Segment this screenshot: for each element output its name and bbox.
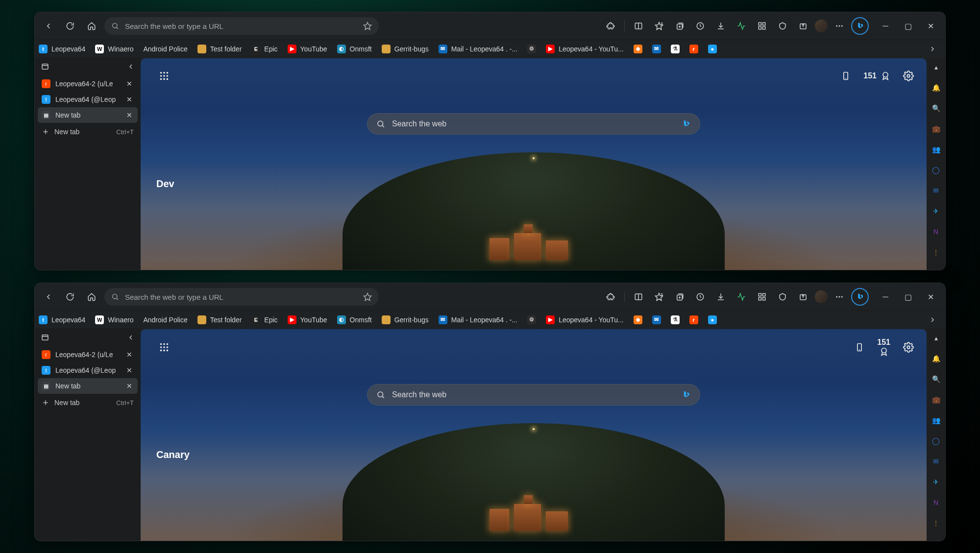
minimize-button[interactable]: ─ xyxy=(879,22,892,31)
bookmark-item[interactable]: Gerrit-bugs xyxy=(382,45,429,53)
favorite-star-icon[interactable] xyxy=(363,292,372,301)
bookmark-item[interactable]: ✉Mail - Leopeva64 . -... xyxy=(439,315,517,324)
favorite-star-icon[interactable] xyxy=(363,22,372,30)
tab-close-icon[interactable]: ✕ xyxy=(125,95,134,104)
sidebar-rail-icon[interactable]: 💼 xyxy=(929,393,943,407)
bookmark-item[interactable]: ✉ xyxy=(652,315,661,324)
close-button[interactable]: ✕ xyxy=(924,22,937,31)
ntp-search-box[interactable]: Search the web xyxy=(367,384,700,406)
bookmarks-overflow-icon[interactable] xyxy=(924,40,941,58)
bing-icon[interactable] xyxy=(681,390,691,400)
sidebar-rail-icon[interactable]: 🔔 xyxy=(929,352,943,365)
vertical-tab[interactable]: rLeopeva64-2 (u/Le✕ xyxy=(38,76,138,92)
downloads-icon[interactable] xyxy=(712,288,730,306)
share-icon[interactable] xyxy=(794,17,812,35)
bookmark-item[interactable]: tLeopeva64 xyxy=(39,45,85,53)
history-icon[interactable] xyxy=(691,17,709,35)
sidebar-rail-icon[interactable]: ⋮ xyxy=(929,516,943,530)
sidebar-rail-icon[interactable]: 👥 xyxy=(929,143,943,156)
bookmarks-overflow-icon[interactable] xyxy=(924,311,941,329)
more-menu-icon[interactable] xyxy=(831,288,848,306)
mobile-sync-icon[interactable] xyxy=(841,71,851,81)
share-icon[interactable] xyxy=(794,288,812,306)
new-tab-button[interactable]: New tab Ctrl+T xyxy=(38,123,138,141)
bookmark-item[interactable]: ◐Onmsft xyxy=(337,45,372,53)
extensions-icon[interactable] xyxy=(602,288,619,306)
refresh-button[interactable] xyxy=(61,17,79,35)
sidebar-rail-icon[interactable]: 🔍 xyxy=(929,372,943,386)
back-button[interactable] xyxy=(40,288,57,306)
collections-icon[interactable] xyxy=(671,17,688,35)
home-button[interactable] xyxy=(83,17,100,35)
sidebar-rail-icon[interactable]: ✈ xyxy=(929,204,943,218)
apps-icon[interactable] xyxy=(753,288,771,306)
bing-chat-button[interactable] xyxy=(851,288,869,306)
bookmark-item[interactable]: r xyxy=(689,45,698,53)
collapse-tabs-icon[interactable] xyxy=(127,63,135,71)
more-menu-icon[interactable] xyxy=(831,17,848,35)
bookmark-item[interactable]: ✉Mail - Leopeva64 . -... xyxy=(439,45,517,53)
minimize-button[interactable]: ─ xyxy=(879,292,892,302)
bookmark-item[interactable]: ▶YouTube xyxy=(288,315,327,324)
bookmark-item[interactable]: ⚙ xyxy=(527,45,536,53)
ntp-search-box[interactable]: Search the web xyxy=(367,113,700,135)
sidebar-rail-icon[interactable]: ✈ xyxy=(929,475,943,489)
vertical-tab[interactable]: ▦New tab✕ xyxy=(38,378,138,394)
bookmark-item[interactable]: r xyxy=(689,315,698,324)
apps-icon[interactable] xyxy=(753,17,771,35)
collapse-tabs-icon[interactable] xyxy=(127,334,135,341)
extensions-icon[interactable] xyxy=(602,17,619,35)
url-bar[interactable]: Search the web or type a URL xyxy=(104,17,379,35)
sidebar-rail-icon[interactable]: 🔍 xyxy=(929,101,943,115)
bing-chat-button[interactable] xyxy=(851,17,869,35)
new-tab-button[interactable]: New tab Ctrl+T xyxy=(38,394,138,411)
bookmark-item[interactable]: WWinaero xyxy=(95,315,133,324)
profile-avatar[interactable] xyxy=(815,20,828,32)
bookmark-item[interactable]: ⚗ xyxy=(671,315,680,324)
sidebar-rail-icon[interactable]: 👥 xyxy=(929,413,943,427)
profile-avatar[interactable] xyxy=(815,290,828,303)
performance-icon[interactable] xyxy=(733,17,750,35)
bing-icon[interactable] xyxy=(681,119,691,129)
url-bar[interactable]: Search the web or type a URL xyxy=(104,288,379,306)
maximize-button[interactable]: ▢ xyxy=(901,292,915,302)
bookmark-item[interactable]: EEpic xyxy=(251,45,277,53)
split-screen-icon[interactable] xyxy=(630,288,647,306)
bookmark-item[interactable]: Android Police xyxy=(143,316,187,324)
bookmark-item[interactable]: EEpic xyxy=(251,315,277,324)
sidebar-rail-icon[interactable]: 💼 xyxy=(929,122,943,136)
tab-close-icon[interactable]: ✕ xyxy=(125,382,134,390)
bookmark-item[interactable]: ● xyxy=(708,45,717,53)
performance-icon[interactable] xyxy=(733,288,750,306)
page-settings-icon[interactable] xyxy=(903,71,914,81)
bookmark-item[interactable]: Android Police xyxy=(143,45,187,53)
sidebar-rail-icon[interactable]: N xyxy=(929,496,943,509)
sidebar-rail-icon[interactable]: ◯ xyxy=(929,434,943,448)
favorites-icon[interactable] xyxy=(650,288,668,306)
home-button[interactable] xyxy=(83,288,100,306)
bookmark-item[interactable]: ◆ xyxy=(634,45,642,53)
bookmark-item[interactable]: ◆ xyxy=(634,315,642,324)
sidebar-rail-icon[interactable]: N xyxy=(929,225,943,239)
sidebar-rail-icon[interactable]: ◯ xyxy=(929,163,943,177)
mobile-sync-icon[interactable] xyxy=(855,342,864,352)
maximize-button[interactable]: ▢ xyxy=(901,22,915,31)
page-layout-icon[interactable] xyxy=(155,67,173,85)
bookmark-item[interactable]: Test folder xyxy=(197,315,242,324)
bookmark-item[interactable]: tLeopeva64 xyxy=(39,315,85,324)
bookmark-item[interactable]: WWinaero xyxy=(95,45,133,53)
sidebar-rail-icon[interactable]: ✉ xyxy=(929,455,943,468)
rewards-counter[interactable]: 151 xyxy=(863,71,890,81)
bookmark-item[interactable]: ▶YouTube xyxy=(288,45,327,53)
rewards-counter[interactable]: 151 xyxy=(877,338,890,357)
page-layout-icon[interactable] xyxy=(155,338,173,356)
sidebar-rail-icon[interactable]: ▴ xyxy=(929,331,943,345)
tab-actions-icon[interactable] xyxy=(41,333,49,342)
refresh-button[interactable] xyxy=(61,288,79,306)
history-icon[interactable] xyxy=(691,288,709,306)
bookmark-item[interactable]: Gerrit-bugs xyxy=(382,315,429,324)
sidebar-rail-icon[interactable]: ▴ xyxy=(929,60,943,74)
tab-close-icon[interactable]: ✕ xyxy=(125,366,134,375)
close-button[interactable]: ✕ xyxy=(924,292,937,302)
bookmark-item[interactable]: ✉ xyxy=(652,45,661,53)
